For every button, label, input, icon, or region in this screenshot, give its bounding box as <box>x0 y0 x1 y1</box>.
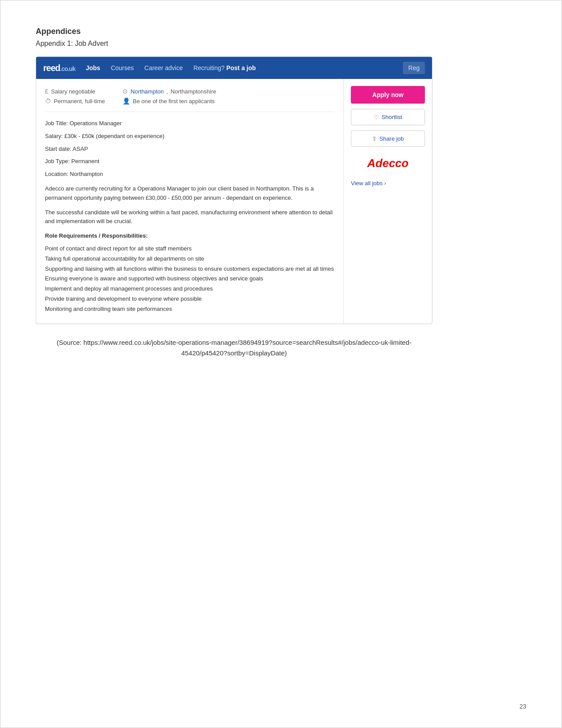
share-job-button[interactable]: ⇧ Share job <box>351 131 425 147</box>
job-description: Job Title: Operations Manager Salary: £3… <box>45 119 335 314</box>
desc-line-5: Location: Northampton <box>45 170 335 179</box>
job-content-area: £ Salary negotiable ⏱ Permanent, full-ti… <box>36 79 432 324</box>
job-meta-section: £ Salary negotiable ⏱ Permanent, full-ti… <box>45 88 335 112</box>
job-main-content: £ Salary negotiable ⏱ Permanent, full-ti… <box>36 79 344 324</box>
early-applicant-label: Be one of the first ten applicants <box>133 98 215 105</box>
list-item: Ensuring everyone is aware and supported… <box>45 274 335 284</box>
job-sidebar: Apply now ♡ Shortlist ⇧ Share job Adecco… <box>344 79 432 324</box>
location-icon: ⊙ <box>123 88 128 95</box>
shortlist-label: Shortlist <box>382 114 402 120</box>
contract-label: Permanent, full-time <box>54 98 105 105</box>
shortlist-button[interactable]: ♡ Shortlist <box>351 109 425 125</box>
heart-icon: ♡ <box>374 114 379 120</box>
appendices-heading: Appendices <box>36 27 526 36</box>
job-meta-left: £ Salary negotiable ⏱ Permanent, full-ti… <box>45 88 105 105</box>
contract-item: ⏱ Permanent, full-time <box>45 97 105 105</box>
role-requirements-heading: Role Requirements / Responsibilities: <box>45 231 335 241</box>
list-item: Point of contact and direct report for a… <box>45 244 335 254</box>
second-paragraph: The successful candidate will be working… <box>45 208 335 227</box>
nav-career-advice[interactable]: Career advice <box>145 64 183 71</box>
contract-icon: ⏱ <box>45 97 51 105</box>
apply-now-button[interactable]: Apply now <box>351 86 425 104</box>
nav-jobs[interactable]: Jobs <box>86 64 100 71</box>
view-all-jobs-link[interactable]: View all jobs › <box>351 180 425 187</box>
intro-paragraph: Adecco are currently recruiting for a Op… <box>45 184 335 203</box>
list-item: Taking full operational accountability f… <box>45 254 335 264</box>
desc-line-2: Salary: £30k - £50k (dependant on experi… <box>45 132 335 141</box>
location-link[interactable]: Northampton <box>130 88 164 95</box>
document-page: Appendices Appendix 1: Job Advert reed.c… <box>0 0 562 728</box>
desc-line-1: Job Title: Operations Manager <box>45 119 335 128</box>
list-item: Implement and deploy all management proc… <box>45 284 335 294</box>
job-advert-card: reed.co.uk Jobs Courses Career advice Re… <box>36 56 432 324</box>
reed-logo: reed.co.uk <box>43 63 75 73</box>
list-item: Supporting and liaising with all functio… <box>45 265 335 274</box>
nav-courses[interactable]: Courses <box>111 64 134 71</box>
salary-item: £ Salary negotiable <box>45 88 105 95</box>
nav-recruiting: Recruiting? Post a job <box>194 64 256 71</box>
logo-domain: .co.uk <box>60 65 75 72</box>
desc-line-3: Start date: ASAP <box>45 145 335 154</box>
share-icon: ⇧ <box>372 135 377 142</box>
source-citation: (Source: https://www.reed.co.uk/jobs/sit… <box>36 337 432 358</box>
location-item: ⊙ Northampton , Northamptonshire <box>123 88 216 95</box>
page-number: 23 <box>519 703 526 710</box>
share-job-label: Share job <box>380 135 404 142</box>
logo-reed: reed <box>43 63 60 73</box>
nav-register[interactable]: Reg <box>403 62 425 74</box>
list-item: Monitoring and controlling team site per… <box>45 305 335 314</box>
applicant-icon: 👤 <box>123 97 130 105</box>
adecco-logo: Adecco <box>351 152 425 175</box>
desc-line-4: Job Type: Permanent <box>45 157 335 166</box>
job-meta-right: ⊙ Northampton , Northamptonshire 👤 Be on… <box>123 88 216 105</box>
list-item: Provide training and development to ever… <box>45 295 335 304</box>
early-applicant-item: 👤 Be one of the first ten applicants <box>123 97 216 105</box>
adecco-brand-name: Adecco <box>351 157 425 170</box>
appendix-subtitle: Appendix 1: Job Advert <box>36 40 526 48</box>
location-region: Northamptonshire <box>171 88 216 95</box>
salary-icon: £ <box>45 88 48 95</box>
role-requirements-list: Point of contact and direct report for a… <box>45 244 335 314</box>
salary-label: Salary negotiable <box>51 88 95 95</box>
navigation-bar: reed.co.uk Jobs Courses Career advice Re… <box>36 57 432 79</box>
